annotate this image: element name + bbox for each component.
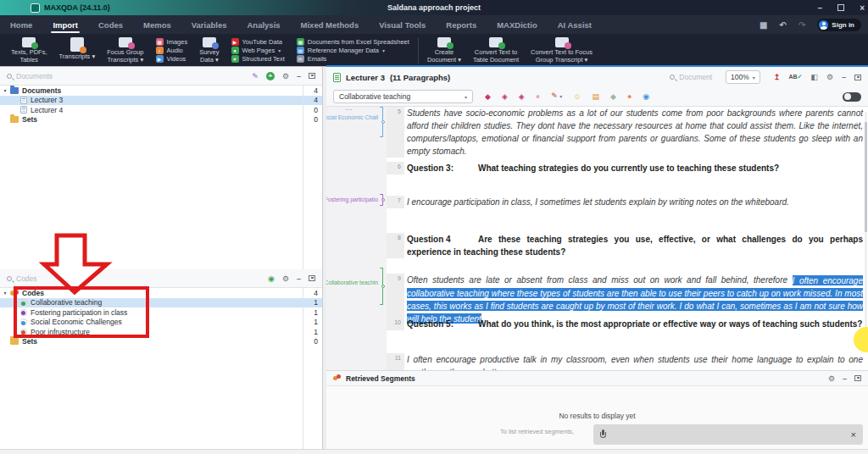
gear-icon[interactable]: ⚙ bbox=[282, 72, 289, 80]
minimize-panel-icon[interactable]: – bbox=[843, 377, 847, 380]
menu-tab-memos[interactable]: Memos bbox=[133, 15, 181, 34]
codes-search-input[interactable]: Codes bbox=[7, 274, 263, 283]
code-item-social-economic-challenges[interactable]: Social Economic Challenges1 bbox=[0, 318, 322, 328]
ai-assist-icon[interactable]: ◉ bbox=[643, 93, 649, 101]
document-text-area[interactable]: ⋯Social Economic ChallFostering particip… bbox=[326, 107, 868, 370]
reference-manager-data-button[interactable]: ▤Reference Manager Data▾ bbox=[297, 47, 409, 54]
paraphrase-icon[interactable]: ◆ bbox=[610, 93, 616, 101]
menu-tab-ai-assist[interactable]: AI Assist bbox=[548, 15, 602, 34]
highlight-documents-icon[interactable]: ✎ bbox=[252, 72, 259, 80]
microphone-icon[interactable] bbox=[600, 429, 606, 440]
documents-from-excel-button[interactable]: ▦Documents from Excel Spreadsheet bbox=[297, 38, 409, 46]
code-item-collaborative-teaching[interactable]: Collaborative teaching1 bbox=[0, 298, 322, 308]
document-item-lecturer-4[interactable]: Lecturer 40 bbox=[0, 105, 322, 115]
paragraph-7[interactable]: 7I encourage participation in class, I s… bbox=[387, 196, 863, 208]
dictation-bar[interactable]: × bbox=[593, 424, 863, 445]
retrieved-segments-icon bbox=[333, 374, 341, 382]
restore-window-icon[interactable] bbox=[837, 4, 844, 11]
youtube-data-button[interactable]: ▶YouTube Data bbox=[231, 38, 285, 46]
gear-icon[interactable]: ⚙ bbox=[282, 274, 289, 283]
images-button[interactable]: ▦Images bbox=[156, 38, 188, 46]
code-item-fostering-participation-in-class[interactable]: Fostering participation in class1 bbox=[0, 307, 322, 318]
undock-panel-icon[interactable] bbox=[854, 375, 861, 381]
edit-mode-toggle[interactable] bbox=[843, 92, 861, 102]
close-icon[interactable]: × bbox=[851, 429, 856, 440]
document-item-documents[interactable]: ▾Documents4 bbox=[0, 86, 322, 96]
coding-margin[interactable]: ⋯Social Economic ChallFostering particip… bbox=[326, 107, 387, 370]
menu-tab-reports[interactable]: Reports bbox=[436, 15, 487, 34]
spellcheck-icon[interactable]: AB✓ bbox=[788, 74, 802, 80]
texts-pdfs-tables-button[interactable]: Texts, PDFs, Tables bbox=[5, 36, 53, 65]
paragraph-5[interactable]: 5Students have socio-economic problems a… bbox=[387, 107, 863, 158]
undock-panel-icon[interactable] bbox=[309, 73, 315, 79]
emails-button[interactable]: ✉Emails bbox=[297, 55, 409, 63]
videos-button[interactable]: ▶Videos bbox=[156, 55, 188, 63]
menu-tab-import[interactable]: Import bbox=[42, 15, 88, 34]
survey-data-button[interactable]: Survey Data ▾ bbox=[193, 36, 225, 65]
table-view-icon[interactable]: ▦ bbox=[760, 20, 767, 30]
web-pages-button[interactable]: ●Web Pages▾ bbox=[231, 47, 285, 54]
new-document-icon[interactable]: + bbox=[266, 72, 275, 80]
sign-in-button[interactable]: Sign in bbox=[817, 19, 861, 31]
documents-search-input[interactable]: Documents bbox=[7, 72, 247, 80]
undock-panel-icon[interactable] bbox=[854, 75, 861, 80]
focus-group-transcripts-button[interactable]: Focus Group Transcripts ▾ bbox=[101, 36, 149, 65]
coding-anchor[interactable] bbox=[381, 120, 385, 124]
paragraph-6[interactable]: 6Question 3:What teaching strategies do … bbox=[387, 162, 863, 174]
paragraph-11[interactable]: 11I often encourage productive talk in m… bbox=[387, 353, 863, 370]
gear-icon[interactable]: ⚙ bbox=[826, 73, 833, 81]
paragraph-8[interactable]: 8Question 4Are these teaching strategies… bbox=[387, 233, 863, 258]
export-icon[interactable]: ↥ bbox=[774, 73, 781, 81]
minimize-panel-icon[interactable]: – bbox=[842, 75, 846, 79]
sidebar-toggle-icon[interactable]: ◧ bbox=[810, 73, 818, 81]
minimize-panel-icon[interactable]: – bbox=[297, 277, 301, 280]
redo-icon[interactable]: ↷ bbox=[798, 20, 805, 30]
code-item-codes[interactable]: ▾Codes4 bbox=[0, 288, 322, 298]
menu-tab-codes[interactable]: Codes bbox=[88, 15, 133, 34]
convert-text-to-focus-group-transcript-button[interactable]: Convert Text to Focus Group Transcript ▾ bbox=[525, 36, 598, 65]
emoticode-icon[interactable]: ☺ bbox=[573, 93, 581, 101]
undo-code-icon[interactable]: ◆ bbox=[485, 93, 491, 101]
last-code-icon[interactable]: ● bbox=[536, 93, 540, 101]
coding-anchor[interactable] bbox=[381, 198, 385, 202]
paragraph-10[interactable]: 10Question 5:What do you think, is the m… bbox=[387, 318, 863, 330]
close-window-icon[interactable]: × bbox=[860, 3, 865, 13]
quick-code-select[interactable]: Collaborative teaching ▾ bbox=[333, 90, 473, 103]
memo-icon[interactable]: ▤ bbox=[592, 93, 599, 101]
minimize-panel-icon[interactable]: – bbox=[297, 75, 301, 78]
document-item-sets[interactable]: Sets0 bbox=[0, 115, 322, 125]
scrollbar-thumb[interactable] bbox=[865, 122, 867, 232]
menu-tab-analysis[interactable]: Analysis bbox=[236, 15, 290, 34]
code-item-poor-infrustructure[interactable]: Poor infrustructure1 bbox=[0, 327, 322, 337]
undock-panel-icon[interactable] bbox=[309, 275, 315, 281]
menu-tab-home[interactable]: Home bbox=[0, 15, 42, 34]
margin-code-label[interactable]: Social Economic Chall bbox=[326, 114, 378, 120]
highlighter-pen-icon[interactable]: ✎ ▾ bbox=[551, 92, 562, 101]
code-with-new-icon[interactable]: ◈ bbox=[502, 93, 508, 101]
code-item-sets[interactable]: Sets0 bbox=[0, 337, 322, 347]
audio-button[interactable]: ♪Audio bbox=[156, 47, 188, 54]
zoom-select[interactable]: 100% ▾ bbox=[726, 70, 760, 84]
paragraph-9[interactable]: 9Often students are late or absent from … bbox=[387, 274, 863, 324]
coding-anchor[interactable] bbox=[381, 285, 385, 288]
document-search-input[interactable]: Document bbox=[670, 73, 712, 81]
menu-tab-visual-tools[interactable]: Visual Tools bbox=[369, 15, 436, 34]
create-document-button[interactable]: Create Document ▾ bbox=[421, 36, 467, 65]
code-in-vivo-icon[interactable]: ◈ bbox=[519, 93, 525, 101]
comment-icon[interactable]: ● bbox=[627, 93, 632, 101]
gear-icon[interactable]: ⚙ bbox=[828, 374, 835, 383]
document-item-lecturer-3[interactable]: Lecturer 34 bbox=[0, 96, 322, 106]
paragraph-number: 9 bbox=[387, 274, 404, 324]
menu-tab-variables[interactable]: Variables bbox=[181, 15, 237, 34]
menu-tab-maxdictio[interactable]: MAXDictio bbox=[487, 15, 548, 34]
structured-text-button[interactable]: #Structured Text bbox=[231, 55, 285, 63]
coded-highlighted-text[interactable]: I often encourage collaborative teaching… bbox=[407, 275, 863, 324]
undo-icon[interactable]: ↶ bbox=[780, 20, 787, 30]
margin-code-label[interactable]: Fostering participatio bbox=[326, 197, 378, 202]
margin-code-label[interactable]: Collaborative teachin bbox=[326, 280, 378, 285]
convert-text-to-table-document-button[interactable]: Convert Text to Table Document bbox=[467, 36, 525, 65]
minimize-window-icon[interactable]: – bbox=[818, 3, 823, 13]
transcripts-button[interactable]: Transcripts ▾ bbox=[53, 36, 102, 65]
new-code-icon[interactable]: ◉ bbox=[268, 274, 275, 283]
menu-tab-mixed-methods[interactable]: Mixed Methods bbox=[291, 15, 370, 34]
